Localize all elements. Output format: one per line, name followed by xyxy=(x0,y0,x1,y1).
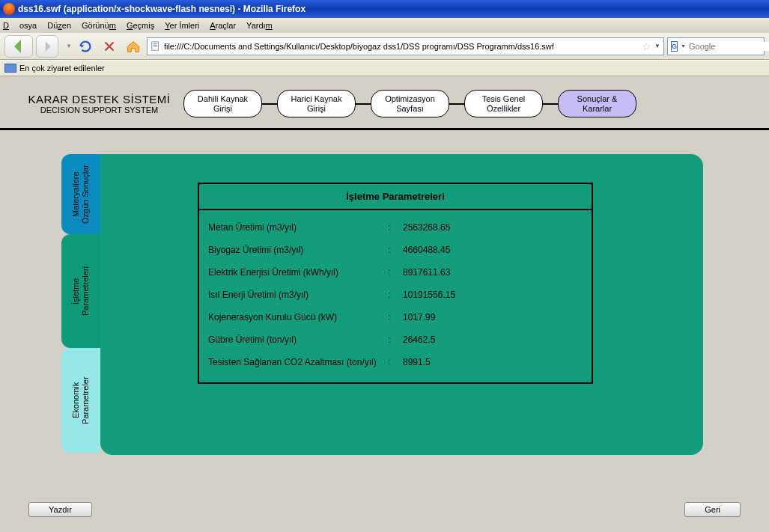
value-metan: 2563268.65 xyxy=(403,222,583,233)
row-co2: Tesisten Sağlanan CO2 Azaltması (ton/yıl… xyxy=(208,357,583,367)
side-tab-isletme[interactable]: İşletme Parametreleri xyxy=(61,234,100,348)
print-button[interactable]: Yazdır xyxy=(28,502,92,517)
bookmark-most-visited[interactable]: En çok ziyaret edilenler xyxy=(19,64,105,73)
search-input[interactable] xyxy=(689,42,769,51)
menu-dosya[interactable]: Dosya xyxy=(3,21,37,30)
parameters-box: İşletme Parametreleri Metan Üretimi (m3/… xyxy=(198,183,593,384)
reload-button[interactable] xyxy=(75,36,96,57)
value-isil: 10191556.15 xyxy=(403,290,583,300)
menu-yardim[interactable]: Yardım xyxy=(246,21,273,30)
connector-line xyxy=(449,103,464,105)
content-area: KARAR DESTEK SİSTEMİ DECISION SUPPORT SY… xyxy=(0,76,769,532)
label-elektrik: Elektrik Enerjisi Üretimi (kWh/yıl) xyxy=(208,267,388,278)
label-gubre: Gübre Üretimi (ton/yıl) xyxy=(208,334,388,345)
app-title-block: KARAR DESTEK SİSTEMİ DECISION SUPPORT SY… xyxy=(15,93,183,114)
row-gubre: Gübre Üretimi (ton/yıl) : 26462.5 xyxy=(208,334,583,345)
pill-tesis-genel[interactable]: Tesis Genel Özellikler xyxy=(464,90,543,117)
history-dropdown-icon[interactable]: ▼ xyxy=(66,43,72,49)
bookmark-folder-icon xyxy=(4,64,16,73)
label-biyogaz: Biyogaz Üretimi (m3/yıl) xyxy=(208,245,388,255)
label-isil: Isıl Enerji Üretimi (m3/yıl) xyxy=(208,290,388,300)
pill-nav: Dahili Kaynak Girişi Harici Kaynak Giriş… xyxy=(183,90,754,117)
label-co2: Tesisten Sağlanan CO2 Azaltması (ton/yıl… xyxy=(208,357,388,367)
back-button-app[interactable]: Geri xyxy=(684,502,741,517)
app-title-en: DECISION SUPPORT SYSTEM xyxy=(15,106,183,114)
stop-icon xyxy=(101,38,118,55)
value-biyogaz: 4660488.45 xyxy=(403,245,583,255)
arrow-right-icon xyxy=(37,36,58,57)
window-title: dss16.swf (application/x-shockwave-flash… xyxy=(18,4,306,14)
forward-button[interactable] xyxy=(36,35,58,58)
home-icon xyxy=(125,38,142,55)
parameters-title: İşletme Parametreleri xyxy=(199,184,592,210)
row-kojenerasyon: Kojenerasyon Kurulu Gücü (kW) : 1017.99 xyxy=(208,312,583,322)
value-kojenerasyon: 1017.99 xyxy=(403,312,583,322)
side-tabs: Materyallere Özgün Sonuçlar İşletme Para… xyxy=(61,154,100,453)
arrow-left-icon xyxy=(5,33,32,60)
menu-bar: Dosya Düzen Görünüm Geçmiş Yer İmleri Ar… xyxy=(0,18,769,33)
value-co2: 8991.5 xyxy=(403,357,583,367)
app-header: KARAR DESTEK SİSTEMİ DECISION SUPPORT SY… xyxy=(0,76,769,117)
label-metan: Metan Üretimi (m3/yıl) xyxy=(208,222,388,233)
parameters-body: Metan Üretimi (m3/yıl) : 2563268.65 Biyo… xyxy=(199,210,592,382)
value-gubre: 26462.5 xyxy=(403,334,583,345)
menu-gecmis[interactable]: Geçmiş xyxy=(127,21,154,30)
pill-sonuclar-kararlar[interactable]: Sonuçlar & Kararlar xyxy=(558,90,636,117)
menu-araclar[interactable]: Araçlar xyxy=(210,21,236,30)
label-kojenerasyon: Kojenerasyon Kurulu Gücü (kW) xyxy=(208,312,388,322)
page-icon xyxy=(151,41,161,52)
connector-line xyxy=(262,103,277,105)
side-tab-ekonomik[interactable]: Ekonomik Parametreler xyxy=(61,348,100,453)
menu-duzen[interactable]: Düzen xyxy=(47,21,71,30)
menu-yerimleri[interactable]: Yer İmleri xyxy=(165,21,199,30)
pill-harici-kaynak[interactable]: Harici Kaynak Girişi xyxy=(277,90,356,117)
pill-dahili-kaynak[interactable]: Dahili Kaynak Girişi xyxy=(183,90,262,117)
url-dropdown-icon[interactable]: ▼ xyxy=(654,43,660,49)
stop-button[interactable] xyxy=(99,36,120,57)
app-title-tr: KARAR DESTEK SİSTEMİ xyxy=(15,93,183,106)
results-panel: İşletme Parametreleri Metan Üretimi (m3/… xyxy=(100,154,703,455)
search-box[interactable]: G ▼ xyxy=(667,37,765,55)
header-divider xyxy=(0,128,769,130)
window-titlebar: dss16.swf (application/x-shockwave-flash… xyxy=(0,0,769,18)
connector-line xyxy=(543,103,558,105)
google-icon: G xyxy=(671,41,678,52)
side-tab-materyaller[interactable]: Materyallere Özgün Sonuçlar xyxy=(61,154,100,234)
home-button[interactable] xyxy=(123,36,144,57)
nav-toolbar: ▼ ☆ ▼ G ▼ xyxy=(0,33,769,60)
menu-gorunum[interactable]: Görünüm xyxy=(82,21,116,30)
star-icon[interactable]: ☆ xyxy=(642,40,651,52)
reload-icon xyxy=(77,38,94,55)
value-elektrik: 8917611.63 xyxy=(403,267,583,278)
url-input[interactable] xyxy=(164,42,639,51)
pill-optimizasyon[interactable]: Optimizasyon Sayfası xyxy=(371,90,449,117)
main-panel: Materyallere Özgün Sonuçlar İşletme Para… xyxy=(61,154,702,453)
row-isil: Isıl Enerji Üretimi (m3/yıl) : 10191556.… xyxy=(208,290,583,300)
row-metan: Metan Üretimi (m3/yıl) : 2563268.65 xyxy=(208,222,583,233)
url-bar[interactable]: ☆ ▼ xyxy=(147,37,664,55)
firefox-icon xyxy=(3,3,15,15)
search-engine-dropdown-icon[interactable]: ▼ xyxy=(681,43,686,49)
connector-line xyxy=(356,103,371,105)
bottom-buttons: Yazdır Geri xyxy=(0,502,769,517)
row-elektrik: Elektrik Enerjisi Üretimi (kWh/yıl) : 89… xyxy=(208,267,583,278)
bookmarks-toolbar: En çok ziyaret edilenler xyxy=(0,60,769,76)
row-biyogaz: Biyogaz Üretimi (m3/yıl) : 4660488.45 xyxy=(208,245,583,255)
back-button[interactable] xyxy=(4,35,33,58)
